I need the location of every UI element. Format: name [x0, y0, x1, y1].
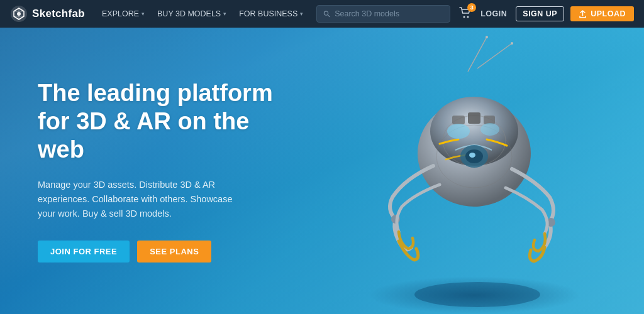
chevron-down-icon: ▾: [300, 11, 303, 17]
svg-point-8: [486, 36, 488, 38]
svg-point-2: [325, 11, 328, 15]
hero-title: The leading platformfor 3D & AR on the w…: [38, 79, 302, 163]
svg-point-19: [447, 124, 470, 139]
hero-section: The leading platformfor 3D & AR on the w…: [0, 28, 644, 314]
svg-rect-16: [484, 116, 495, 124]
nav-buy-3d-models[interactable]: BUY 3D MODELS ▾: [152, 0, 232, 28]
cart-badge: 3: [467, 3, 476, 12]
signup-button[interactable]: SIGN UP: [516, 6, 564, 21]
svg-point-5: [467, 16, 469, 18]
svg-point-23: [469, 153, 475, 158]
upload-button[interactable]: UPLOAD: [570, 6, 634, 21]
hero-buttons: JOIN FOR FREE SEE PLANS: [38, 241, 302, 263]
svg-point-9: [511, 42, 513, 45]
upload-icon: [579, 10, 587, 18]
chevron-down-icon: ▾: [142, 11, 145, 17]
join-free-button[interactable]: JOIN FOR FREE: [38, 241, 130, 263]
chevron-down-icon: ▾: [223, 11, 226, 17]
svg-point-20: [480, 123, 499, 136]
cart-button[interactable]: 3: [459, 7, 472, 21]
svg-rect-15: [468, 112, 480, 124]
search-bar: [316, 5, 450, 23]
hero-subtitle: Manage your 3D assets. Distribute 3D & A…: [38, 178, 252, 222]
navbar: Sketchfab EXPLORE ▾ BUY 3D MODELS ▾ FOR …: [0, 0, 644, 28]
nav-links: EXPLORE ▾ BUY 3D MODELS ▾ FOR BUSINESS ▾: [96, 0, 309, 28]
svg-point-24: [414, 282, 540, 307]
svg-point-4: [464, 16, 465, 18]
svg-rect-14: [452, 116, 465, 124]
svg-line-6: [468, 37, 487, 72]
see-plans-button[interactable]: SEE PLANS: [137, 241, 211, 263]
svg-point-1: [17, 12, 21, 16]
logo[interactable]: Sketchfab: [10, 5, 85, 23]
search-input[interactable]: [335, 9, 443, 18]
nav-explore[interactable]: EXPLORE ▾: [96, 0, 150, 28]
login-button[interactable]: LOGIN: [478, 9, 509, 18]
nav-for-business[interactable]: FOR BUSINESS ▾: [233, 0, 309, 28]
sketchfab-logo-icon: [10, 5, 28, 23]
search-icon: [323, 10, 330, 18]
logo-text: Sketchfab: [32, 8, 85, 20]
svg-line-3: [328, 15, 330, 17]
hero-content: The leading platformfor 3D & AR on the w…: [0, 79, 302, 262]
nav-right-actions: 3 LOGIN SIGN UP UPLOAD: [459, 6, 634, 21]
svg-line-7: [477, 43, 512, 68]
hero-3d-model: [342, 34, 606, 310]
